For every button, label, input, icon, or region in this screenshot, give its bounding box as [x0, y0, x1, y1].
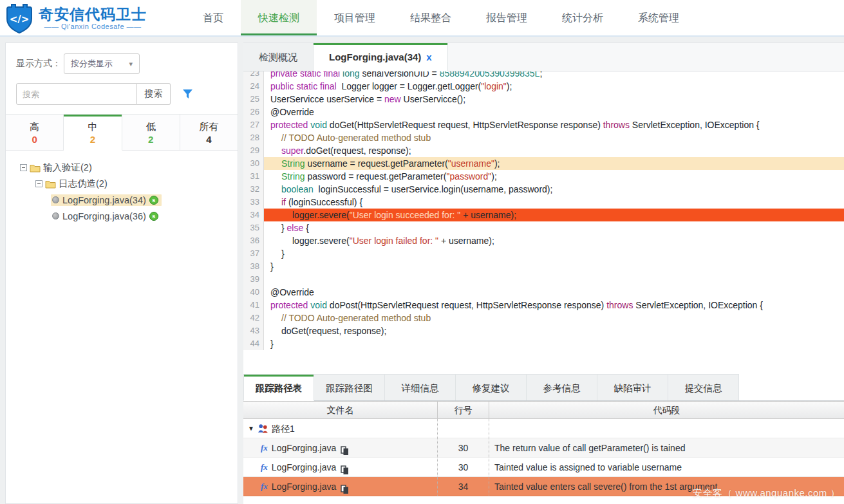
collapse-caret-icon[interactable]: ▼ [248, 419, 254, 438]
display-mode-label: 显示方式： [16, 58, 61, 70]
defect-bullet-icon [52, 212, 59, 219]
code-text: String password = request.getParameter("… [264, 170, 844, 183]
line-number: 43 [243, 324, 264, 337]
code-token: loginSuccessful = userService.login(user… [314, 184, 553, 194]
editor-tab-1[interactable]: LogForging.java(34)x [314, 43, 448, 71]
severity-tab-3[interactable]: 所有4 [180, 115, 238, 151]
nav-item-1[interactable]: 快速检测 [241, 0, 317, 35]
code-line-28: 28// TODO Auto-generated method stub [243, 131, 844, 144]
severity-tab-2[interactable]: 低2 [122, 115, 180, 151]
tree-item-3[interactable]: LogForging.java(36)s [11, 208, 232, 224]
nav-item-3[interactable]: 结果整合 [393, 0, 469, 35]
code-line-37: 37} [243, 247, 844, 260]
code-text: } else { [264, 221, 844, 234]
detail-tab-5[interactable]: 缺陷审计 [597, 374, 668, 400]
severity-tab-0[interactable]: 高0 [6, 115, 64, 151]
code-token: String [281, 158, 305, 169]
path-group-label: 路径1 [272, 419, 295, 438]
filter-funnel-icon[interactable] [182, 89, 193, 99]
code-token: new [384, 94, 401, 104]
trace-file-cell: fxLogForging.java [243, 458, 438, 476]
trace-path-icon [258, 424, 268, 433]
code-token: long [342, 71, 359, 79]
line-number: 33 [243, 196, 264, 209]
line-number: 28 [243, 131, 264, 144]
tree-item-0[interactable]: 输入验证(2) [11, 160, 232, 176]
code-line-39: 39 [243, 273, 844, 286]
line-number: 39 [243, 273, 264, 286]
trace-line-cell: 30 [438, 438, 489, 457]
code-text: private static final long serialVersionU… [264, 71, 844, 80]
copy-icon[interactable] [341, 481, 349, 491]
line-number: 30 [243, 157, 264, 170]
detail-tab-0[interactable]: 跟踪路径表 [243, 374, 314, 401]
code-token: "username" [448, 158, 494, 169]
path-group-row[interactable]: ▼ 路径1 [243, 419, 844, 438]
line-number: 40 [243, 286, 264, 299]
nav-item-4[interactable]: 报告管理 [469, 0, 545, 35]
severity-tabs: 高0中2低2所有4 [6, 114, 238, 151]
editor-tab-label: 检测概况 [259, 51, 297, 62]
code-token: ); [507, 81, 512, 91]
detail-tab-6[interactable]: 提交信息 [668, 374, 739, 400]
display-mode-select[interactable]: 按分类显示 ▾ [64, 53, 140, 74]
code-text: @Override [264, 106, 844, 118]
tree-leaf[interactable]: LogForging.java(36)s [51, 210, 162, 222]
severity-tab-1[interactable]: 中2 [64, 115, 122, 151]
detail-tab-3[interactable]: 修复建议 [456, 374, 527, 400]
source-badge-icon: s [149, 196, 158, 205]
code-line-23: 23private static final long serialVersio… [243, 71, 844, 80]
close-icon[interactable]: x [426, 51, 431, 62]
nav-item-5[interactable]: 统计分析 [545, 0, 621, 35]
tree-item-1[interactable]: 日志伪造(2) [11, 176, 232, 192]
code-line-26: 26@Override [243, 106, 844, 118]
code-token: serialVersionUID = [360, 71, 440, 79]
line-number: 27 [243, 118, 264, 131]
top-navbar: </> 奇安信代码卫士 Qi'anxin Codesafe 首页快速检测项目管理… [0, 0, 844, 37]
tree-leaf-label: LogForging.java(34) [62, 195, 146, 205]
nav-item-2[interactable]: 项目管理 [317, 0, 393, 35]
tree-leaf-label: LogForging.java(36) [62, 211, 146, 221]
detail-tab-4[interactable]: 参考信息 [527, 374, 597, 400]
filter-area: 显示方式： 按分类显示 ▾ 搜索 [6, 43, 238, 114]
line-number: 32 [243, 183, 264, 196]
tree-leaf[interactable]: LogForging.java(34)s [51, 194, 162, 206]
code-token: "User login succeeded for: " [350, 210, 461, 220]
nav-item-0[interactable]: 首页 [185, 0, 241, 35]
code-text: boolean loginSuccessful = userService.lo… [264, 183, 844, 196]
code-token: // TODO Auto-generated method stub [281, 313, 431, 323]
code-text: } [264, 337, 844, 350]
severity-label: 低 [122, 120, 180, 133]
tree-item-2[interactable]: LogForging.java(34)s [11, 192, 232, 208]
line-number: 31 [243, 170, 264, 183]
code-viewer: 23private static final long serialVersio… [243, 71, 844, 357]
search-button[interactable]: 搜索 [137, 83, 171, 105]
search-input[interactable] [16, 83, 137, 105]
logo-link[interactable]: </> 奇安信代码卫士 Qi'anxin Codesafe [5, 2, 147, 34]
code-line-38: 38} [243, 260, 844, 273]
code-token: ); [494, 158, 500, 169]
code-token: doGet(request, response); [281, 326, 386, 336]
copy-icon[interactable] [341, 462, 349, 472]
code-line-43: 43doGet(request, response); [243, 324, 844, 337]
trace-row-1[interactable]: fxLogForging.java30Tainted value is assi… [243, 458, 844, 477]
app-subtitle: Qi'anxin Codesafe [39, 23, 147, 30]
defect-tree: 输入验证(2)日志伪造(2)LogForging.java(34)sLogFor… [6, 151, 238, 233]
collapse-icon[interactable] [20, 164, 27, 171]
code-token: if [281, 197, 286, 207]
tree-folder-label: 输入验证(2) [43, 162, 92, 174]
collapse-icon[interactable] [35, 180, 42, 187]
app-title: 奇安信代码卫士 [39, 6, 147, 23]
code-token: @Override [270, 287, 314, 297]
detail-tab-1[interactable]: 跟踪路径图 [314, 374, 385, 400]
line-number: 26 [243, 106, 264, 118]
trace-row-0[interactable]: fxLogForging.java30The return value of c… [243, 438, 844, 458]
editor-tab-0[interactable]: 检测概况 [243, 43, 314, 71]
copy-icon[interactable] [341, 443, 349, 453]
code-text: UserServicce userService = new UserServi… [264, 93, 844, 106]
nav-item-6[interactable]: 系统管理 [621, 0, 697, 35]
code-token: password = request.getParameter( [305, 171, 447, 182]
detail-tab-2[interactable]: 详细信息 [385, 374, 456, 400]
code-token: protected [270, 120, 310, 130]
code-line-34: 34logger.severe("User login succeeded fo… [243, 209, 844, 221]
